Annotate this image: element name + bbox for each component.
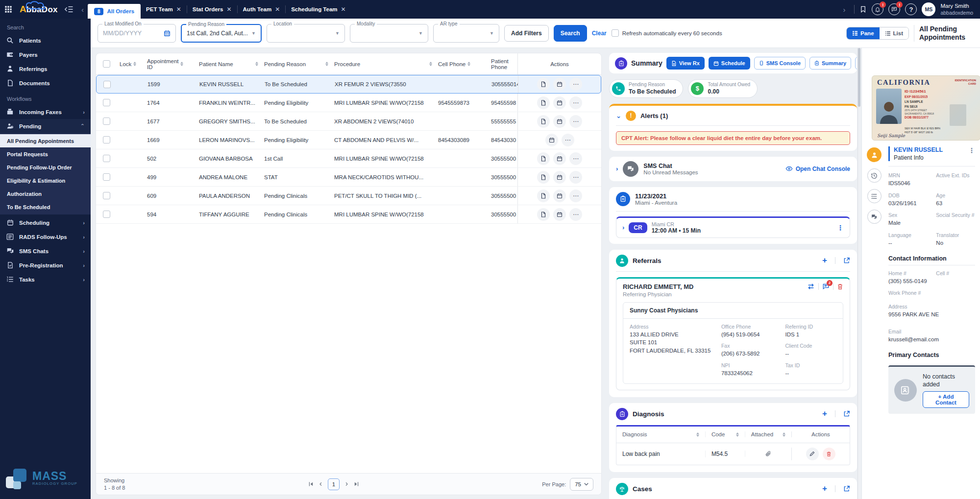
table-row[interactable]: 502 GIOVANA BARBOSA 1st Call MRI LUMBAR …	[96, 149, 601, 168]
search-button[interactable]: Search	[554, 25, 587, 42]
sidebar-item-patients[interactable]: Patients	[0, 33, 91, 48]
open-cases-icon[interactable]	[843, 485, 850, 492]
more-actions-button[interactable]: ⋯	[569, 78, 582, 91]
close-icon[interactable]: ✕	[227, 6, 232, 13]
table-row[interactable]: 594 TIFFANY AGGUIRE Pending Clinicals MR…	[96, 205, 601, 224]
collapse-alerts-icon[interactable]: ⌄	[616, 112, 621, 119]
edit-diagnosis-button[interactable]	[806, 448, 819, 460]
column-patient-phone[interactable]: Patient Phone	[488, 53, 517, 74]
document-icon-button[interactable]	[537, 78, 550, 91]
cell-phone-link[interactable]	[435, 112, 488, 130]
tab-pet-team[interactable]: PET Team✕	[141, 5, 187, 13]
patient-phone-link[interactable]: 55555555	[488, 112, 517, 130]
sidebar-item-all-pending-appointments[interactable]: All Pending Appointments	[0, 134, 91, 147]
sidebar-item-portal-requests[interactable]: Portal Requests	[0, 147, 91, 161]
table-row[interactable]: 499 ANDREA MALONE STAT MRA NECK/CAROTIDS…	[96, 168, 601, 187]
calendar-icon[interactable]	[164, 30, 171, 37]
history-icon[interactable]	[867, 168, 882, 183]
help-icon[interactable]: ?	[905, 3, 917, 15]
sidebar-item-payers[interactable]: Payers	[0, 48, 91, 62]
cell-phone-link[interactable]: 9545559873	[435, 94, 488, 112]
cell-phone-link[interactable]	[435, 149, 488, 167]
patient-avatar-icon[interactable]	[867, 147, 882, 162]
document-icon-button[interactable]	[537, 152, 550, 165]
more-actions-button[interactable]: ⋯	[569, 96, 582, 109]
sidebar-item-sms-chats[interactable]: SMS Chats ›	[0, 244, 91, 258]
summary-button[interactable]: Summary	[809, 57, 851, 70]
row-checkbox[interactable]	[103, 118, 110, 125]
sidebar-collapse-icon[interactable]	[65, 6, 74, 13]
notifications-bell-icon[interactable]: !	[872, 3, 883, 15]
document-icon-button[interactable]	[537, 190, 550, 202]
open-referrals-icon[interactable]	[843, 257, 850, 264]
more-actions-button[interactable]: ⋯	[569, 171, 582, 184]
row-checkbox[interactable]	[103, 136, 110, 143]
calendar-icon-button[interactable]	[545, 134, 558, 146]
row-checkbox[interactable]	[103, 99, 110, 106]
schedule-button[interactable]: Schedule	[709, 57, 750, 70]
first-page-icon[interactable]	[308, 481, 314, 487]
more-actions-button[interactable]: ⋯	[569, 208, 582, 221]
calendar-icon-button[interactable]	[553, 190, 566, 202]
pending-reason-link[interactable]: Pending Eligibility	[261, 94, 331, 112]
expand-sms-icon[interactable]: ›	[616, 165, 618, 172]
sidebar-item-documents[interactable]: Documents	[0, 76, 91, 90]
document-icon-button[interactable]	[537, 208, 550, 221]
clear-button[interactable]: Clear	[592, 30, 607, 37]
patient-name-link[interactable]: ANDREA MALONE	[196, 168, 261, 186]
pending-reason-link[interactable]: 1st Call	[261, 149, 331, 167]
document-icon-button[interactable]	[537, 171, 550, 184]
calendar-icon-button[interactable]	[553, 78, 566, 91]
more-actions-button[interactable]: ⋯	[569, 115, 582, 128]
patient-name-link[interactable]: KEVIN RUSSELL	[196, 75, 262, 93]
sidebar-item-scheduling[interactable]: Scheduling ›	[0, 215, 91, 230]
pending-reason-link[interactable]: Pending Clinicals	[261, 205, 331, 223]
pane-view-button[interactable]: Pane	[847, 27, 880, 39]
forms-icon[interactable]	[867, 189, 882, 203]
row-checkbox[interactable]	[103, 192, 110, 199]
tab-scheduling-team[interactable]: Scheduling Team✕	[286, 5, 351, 13]
user-avatar[interactable]: MS	[922, 2, 935, 16]
sidebar-item-to-be-scheduled[interactable]: To Be Scheduled	[0, 200, 91, 214]
pending-reason-link[interactable]: To Be Scheduled	[261, 112, 331, 130]
sidebar-item-tasks[interactable]: Tasks ›	[0, 272, 91, 286]
column-code[interactable]: Code	[705, 431, 745, 437]
last-page-icon[interactable]	[354, 481, 359, 487]
calendar-icon-button[interactable]	[553, 152, 566, 165]
pending-reason-link[interactable]: To Be Scheduled	[262, 75, 332, 93]
row-checkbox[interactable]	[103, 81, 111, 88]
sidebar-item-pre-registration[interactable]: Pre-Registration ›	[0, 258, 91, 272]
cell-phone-link[interactable]	[435, 205, 488, 223]
sidebar-item-pending[interactable]: Pending ⌃	[0, 119, 91, 133]
row-checkbox[interactable]	[103, 211, 110, 218]
next-page-icon[interactable]	[344, 481, 349, 487]
cell-phone-link[interactable]	[435, 168, 488, 186]
patient-name-link[interactable]: GIOVANA BARBOSA	[196, 149, 261, 167]
column-appointment-id[interactable]: Appointment ID	[144, 53, 196, 74]
table-row[interactable]: 1764 FRANKLIN WEINTR... Pending Eligibil…	[96, 94, 601, 112]
patient-phone-link[interactable]: 30555500	[488, 168, 517, 186]
calendar-icon-button[interactable]	[553, 96, 566, 109]
more-actions-button[interactable]: ⋯	[569, 152, 582, 165]
column-lock[interactable]: Lock	[117, 53, 144, 74]
table-row[interactable]: 1599 KEVIN RUSSELL To Be Scheduled XR FE…	[96, 75, 601, 94]
sidebar-item-eligibility-estimation[interactable]: Eligibility & Estimation	[0, 174, 91, 187]
calendar-icon-button[interactable]	[553, 208, 566, 221]
messages-icon[interactable]: !	[888, 3, 900, 15]
patient-phone-link[interactable]: 30555500	[488, 187, 517, 205]
tab-auth-team[interactable]: Auth Team✕	[238, 5, 286, 13]
visit-details-button[interactable]: Visit Details	[855, 57, 857, 70]
pending-reason-link[interactable]: STAT	[261, 168, 331, 186]
column-cell-phone[interactable]: Cell Phone	[435, 53, 488, 74]
sidebar-item-pending-follow-up-order[interactable]: Pending Follow-Up Order	[0, 161, 91, 174]
cell-phone-link[interactable]	[436, 75, 489, 93]
per-page-select[interactable]: 75	[570, 478, 593, 491]
column-pending-reason[interactable]: Pending Reason	[261, 53, 331, 74]
modality-select[interactable]: Modality ▼	[350, 24, 428, 43]
sidebar-item-referrings[interactable]: Referrings	[0, 62, 91, 76]
document-icon-button[interactable]	[537, 96, 550, 109]
more-actions-button[interactable]: ⋯	[569, 190, 582, 202]
bookmark-icon[interactable]	[859, 5, 867, 13]
sidebar-item-rads-follow-ups[interactable]: RADS Follow-Ups ›	[0, 230, 91, 244]
column-procedure[interactable]: Procedure	[331, 53, 435, 74]
